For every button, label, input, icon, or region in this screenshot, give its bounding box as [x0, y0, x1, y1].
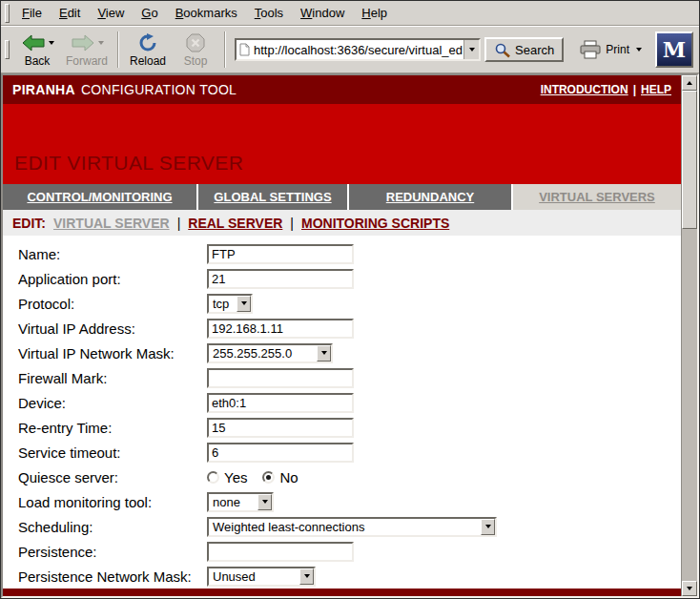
form-row-vip-netmask: Virtual IP Network Mask: 255.255.255.0: [18, 341, 681, 365]
reload-icon: [137, 33, 158, 52]
form-row-firewall-mark: Firewall Mark:: [18, 365, 681, 390]
scheduling-label: Scheduling:: [18, 519, 207, 535]
quiesce-yes-radio[interactable]: [207, 471, 219, 484]
vip-netmask-label: Virtual IP Network Mask:: [18, 345, 207, 361]
tab-control-monitoring[interactable]: CONTROL/MONITORING: [3, 184, 198, 210]
form-row-name: Name:: [18, 241, 681, 266]
tab-global-settings[interactable]: GLOBAL SETTINGS: [198, 184, 349, 210]
service-timeout-label: Service timeout:: [18, 444, 207, 461]
menu-bookmarks[interactable]: Bookmarks: [167, 2, 246, 25]
menu-bar: File Edit View Go Bookmarks Tools Window…: [1, 1, 699, 26]
subnav-separator: |: [290, 216, 294, 231]
stop-button[interactable]: Stop: [172, 31, 219, 70]
mozilla-logo-letter: M: [663, 39, 686, 60]
scheduling-select[interactable]: Weighted least-connections: [207, 517, 497, 537]
firewall-mark-input[interactable]: [207, 368, 354, 388]
toolbar-grippy[interactable]: [5, 40, 10, 59]
page-content: PIRANHA CONFIGURATION TOOL INTRODUCTION …: [3, 75, 681, 596]
menu-help[interactable]: Help: [353, 2, 396, 25]
real-server-link[interactable]: REAL SERVER: [188, 216, 282, 231]
persistence-netmask-select[interactable]: Unused: [207, 567, 316, 587]
protocol-select[interactable]: tcp: [207, 294, 253, 314]
chevron-down-icon: [481, 519, 495, 535]
application-port-label: Application port:: [18, 271, 207, 287]
protocol-select-value: tcp: [209, 296, 237, 312]
reentry-time-label: Re-entry Time:: [18, 420, 207, 436]
page-icon: [239, 43, 250, 56]
menu-edit[interactable]: Edit: [51, 2, 89, 25]
chevron-down-icon: [317, 345, 331, 361]
menubar-grippy[interactable]: [5, 4, 10, 23]
tab-virtual-servers[interactable]: VIRTUAL SERVERS: [513, 184, 681, 210]
page-title: EDIT VIRTUAL SERVER: [14, 152, 243, 175]
stop-label: Stop: [184, 54, 208, 68]
form-row-load-monitoring: Load monitoring tool: none: [18, 489, 681, 514]
form-row-protocol: Protocol: tcp: [18, 291, 681, 316]
protocol-label: Protocol:: [18, 296, 207, 312]
brand-subtitle: CONFIGURATION TOOL: [81, 82, 237, 97]
scroll-down-button[interactable]: [682, 581, 697, 596]
persistence-input[interactable]: [207, 542, 354, 562]
load-monitoring-select[interactable]: none: [207, 492, 274, 512]
search-label: Search: [515, 43, 554, 57]
service-timeout-input[interactable]: [207, 443, 354, 463]
reload-button[interactable]: Reload: [124, 31, 172, 70]
menu-tools[interactable]: Tools: [246, 2, 292, 25]
application-port-input[interactable]: [207, 269, 354, 289]
device-input[interactable]: [207, 393, 354, 413]
scrollbar-track[interactable]: [682, 229, 697, 581]
header-link-separator: |: [633, 83, 636, 96]
introduction-link[interactable]: INTRODUCTION: [541, 83, 628, 96]
subnav-current-virtual-server: VIRTUAL SERVER: [53, 216, 170, 231]
reentry-time-input[interactable]: [207, 418, 354, 438]
toolbar-separator: [224, 31, 226, 68]
forward-history-dropdown[interactable]: [98, 41, 104, 45]
form-row-persistence-netmask: Persistence Network Mask: Unused: [18, 564, 681, 589]
scroll-up-button[interactable]: [682, 75, 697, 91]
vip-netmask-select[interactable]: 255.255.255.0: [207, 343, 333, 363]
back-history-dropdown[interactable]: [49, 41, 54, 45]
form-row-virtual-ip: Virtual IP Address:: [18, 316, 681, 341]
vip-netmask-select-value: 255.255.255.0: [209, 345, 317, 361]
search-icon: [494, 42, 511, 58]
menu-window[interactable]: Window: [292, 2, 353, 25]
tab-redundancy[interactable]: REDUNDANCY: [349, 184, 513, 210]
menu-go[interactable]: Go: [133, 2, 166, 25]
print-icon: [579, 40, 602, 59]
brand-name: PIRANHA: [12, 82, 75, 97]
vertical-scrollbar[interactable]: [681, 75, 697, 596]
back-button[interactable]: Back: [13, 31, 61, 70]
virtual-ip-input[interactable]: [207, 319, 354, 339]
piranha-header: PIRANHA CONFIGURATION TOOL INTRODUCTION …: [3, 75, 681, 104]
quiesce-no-radio[interactable]: [262, 471, 275, 484]
form-row-reentry-time: Re-entry Time:: [18, 415, 681, 440]
back-icon: [21, 33, 46, 52]
menu-view[interactable]: View: [89, 2, 133, 25]
print-label: Print: [606, 43, 629, 56]
chevron-down-icon: [299, 568, 314, 585]
name-input[interactable]: [207, 244, 354, 264]
print-dropdown-arrow[interactable]: [636, 48, 642, 52]
browser-window: File Edit View Go Bookmarks Tools Window…: [0, 0, 700, 599]
scrollbar-thumb[interactable]: [682, 91, 697, 229]
search-button[interactable]: Search: [484, 37, 564, 62]
tab-bar: CONTROL/MONITORING GLOBAL SETTINGS REDUN…: [3, 184, 681, 210]
url-input[interactable]: [253, 41, 463, 58]
monitoring-scripts-link[interactable]: MONITORING SCRIPTS: [301, 216, 449, 231]
page-title-band: EDIT VIRTUAL SERVER: [3, 104, 681, 184]
print-button[interactable]: Print: [573, 38, 648, 61]
form-row-service-timeout: Service timeout:: [18, 440, 681, 465]
mozilla-logo[interactable]: M: [655, 31, 693, 68]
persistence-netmask-select-value: Unused: [209, 568, 299, 585]
persistence-netmask-label: Persistence Network Mask:: [18, 568, 207, 585]
stop-icon: [186, 33, 205, 52]
url-dropdown-button[interactable]: [463, 40, 479, 59]
menu-file[interactable]: File: [13, 2, 51, 25]
back-label: Back: [25, 54, 51, 68]
form-row-application-port: Application port:: [18, 266, 681, 291]
forward-button[interactable]: Forward: [61, 31, 113, 70]
forward-label: Forward: [66, 54, 108, 68]
help-link[interactable]: HELP: [641, 83, 671, 96]
chevron-down-icon: [237, 296, 251, 312]
quiesce-no-label: No: [279, 469, 298, 485]
